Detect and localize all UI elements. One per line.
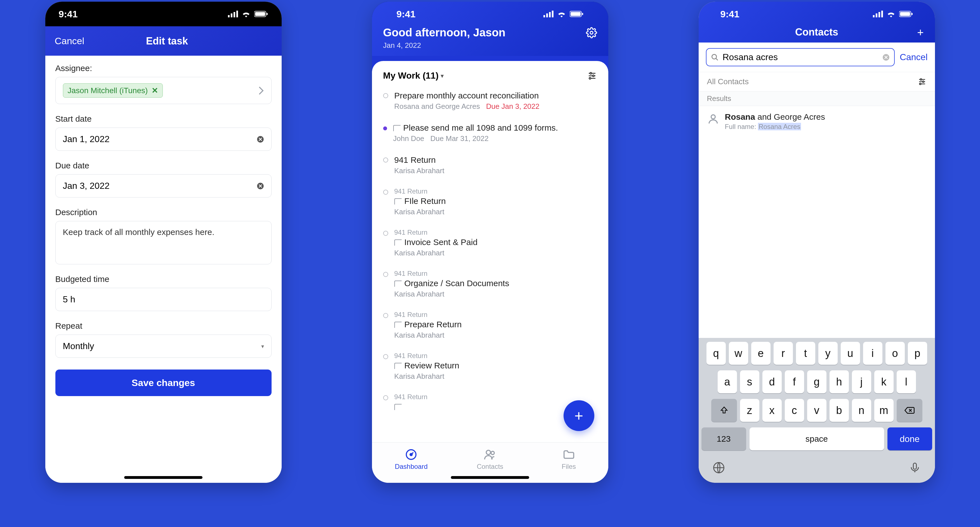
task-bullet-icon[interactable] <box>383 189 388 195</box>
svg-rect-27 <box>873 15 875 18</box>
cancel-search-button[interactable]: Cancel <box>900 52 928 62</box>
wifi-icon <box>886 11 896 18</box>
assignee-chip[interactable]: Jason Mitchell (iTunes) ✕ <box>63 83 163 98</box>
space-key[interactable]: space <box>749 427 884 451</box>
save-button[interactable]: Save changes <box>56 369 272 396</box>
dashboard-icon <box>405 448 418 461</box>
task-bullet-icon[interactable] <box>383 354 388 359</box>
task-row[interactable]: 941 ReturnKarisa Abrahart <box>383 149 597 181</box>
key-f[interactable]: f <box>785 370 804 393</box>
svg-point-20 <box>592 75 594 76</box>
key-p[interactable]: p <box>908 342 927 365</box>
key-l[interactable]: l <box>897 370 916 393</box>
svg-point-16 <box>590 31 593 34</box>
key-j[interactable]: j <box>852 370 871 393</box>
clear-due-date-icon[interactable] <box>257 182 264 189</box>
chip-remove-icon[interactable]: ✕ <box>151 86 158 95</box>
key-u[interactable]: u <box>841 342 860 365</box>
key-d[interactable]: d <box>762 370 782 393</box>
key-i[interactable]: i <box>863 342 882 365</box>
shift-key[interactable] <box>711 399 737 422</box>
task-due: Due Mar 31, 2022 <box>430 134 488 143</box>
svg-rect-5 <box>255 12 265 16</box>
search-input[interactable] <box>723 52 878 62</box>
tab-contacts[interactable]: Contacts <box>450 443 530 476</box>
task-row[interactable]: 941 ReturnInvoice Sent & PaidKarisa Abra… <box>383 222 597 263</box>
key-n[interactable]: n <box>852 399 871 422</box>
task-bullet-icon[interactable] <box>383 272 388 277</box>
key-r[interactable]: r <box>773 342 793 365</box>
key-a[interactable]: a <box>718 370 737 393</box>
task-bullet-icon[interactable] <box>383 313 388 318</box>
backspace-key[interactable] <box>897 399 923 422</box>
key-e[interactable]: e <box>751 342 770 365</box>
key-q[interactable]: q <box>706 342 726 365</box>
assignee-field[interactable]: Jason Mitchell (iTunes) ✕ <box>56 77 272 104</box>
tab-files[interactable]: Files <box>530 443 608 476</box>
key-k[interactable]: k <box>874 370 894 393</box>
svg-point-42 <box>711 115 715 119</box>
task-title: Prepare Return <box>395 320 597 329</box>
svg-rect-12 <box>552 11 554 18</box>
section-all-contacts[interactable]: All Contacts <box>707 77 749 86</box>
task-row[interactable]: 941 ReturnPrepare ReturnKarisa Abrahart <box>383 305 597 346</box>
clear-start-date-icon[interactable] <box>257 136 264 143</box>
date-text: Jan 4, 2022 <box>383 41 597 50</box>
emoji-key[interactable] <box>713 462 725 474</box>
key-x[interactable]: x <box>762 399 782 422</box>
key-y[interactable]: y <box>818 342 838 365</box>
clear-search-icon[interactable] <box>882 54 890 61</box>
description-field[interactable]: Keep track of all monthly expenses here. <box>56 221 272 264</box>
svg-rect-30 <box>881 11 883 18</box>
search-input-wrapper[interactable] <box>706 48 895 66</box>
key-m[interactable]: m <box>874 399 894 422</box>
mic-key[interactable] <box>909 462 921 474</box>
add-contact-button[interactable]: + <box>917 26 923 39</box>
key-t[interactable]: t <box>796 342 815 365</box>
svg-rect-9 <box>543 15 545 18</box>
svg-rect-32 <box>900 12 910 16</box>
keyboard[interactable]: qwertyuiop asdfghjkl zxcvbnm 123 space d… <box>698 338 935 483</box>
key-h[interactable]: h <box>829 370 849 393</box>
key-v[interactable]: v <box>807 399 826 422</box>
settings-button[interactable] <box>586 27 597 38</box>
add-fab-button[interactable]: + <box>563 400 594 431</box>
repeat-select[interactable]: Monthly ▾ <box>56 334 272 358</box>
task-bullet-icon[interactable] <box>383 158 388 162</box>
key-o[interactable]: o <box>886 342 905 365</box>
svg-rect-0 <box>228 15 230 18</box>
task-bullet-icon[interactable] <box>383 231 388 236</box>
done-key[interactable]: done <box>888 427 932 451</box>
due-date-field[interactable]: Jan 3, 2022 <box>56 174 272 197</box>
task-row[interactable]: 941 ReturnOrganize / Scan DocumentsKaris… <box>383 263 597 305</box>
task-bullet-icon[interactable] <box>383 395 388 400</box>
numbers-key[interactable]: 123 <box>702 427 746 451</box>
wifi-icon <box>557 11 566 18</box>
my-work-dropdown[interactable]: My Work (11) ▾ <box>383 70 444 81</box>
status-indicators <box>873 11 913 18</box>
filter-button[interactable] <box>587 71 597 81</box>
start-date-field[interactable]: Jan 1, 2022 <box>56 127 272 151</box>
contact-result[interactable]: Rosana and George Acres Full name: Rosan… <box>698 106 935 137</box>
task-parent: 941 Return <box>395 229 597 236</box>
task-row[interactable]: Prepare monthly account reconciliationRo… <box>383 85 597 117</box>
task-row[interactable]: 941 ReturnReview ReturnKarisa Abrahart <box>383 346 597 387</box>
task-assignee: Karisa Abrahart <box>395 207 444 216</box>
task-row[interactable]: Please send me all 1098 and 1099 forms.J… <box>383 117 597 149</box>
filter-button[interactable] <box>918 77 927 86</box>
tab-dashboard[interactable]: Dashboard <box>372 443 451 476</box>
key-c[interactable]: c <box>785 399 804 422</box>
task-list[interactable]: Prepare monthly account reconciliationRo… <box>372 85 608 442</box>
budgeted-time-field[interactable]: 5 h <box>56 288 272 311</box>
subtask-icon <box>395 280 402 287</box>
task-bullet-icon[interactable] <box>383 93 388 98</box>
task-bullet-icon[interactable] <box>383 126 387 131</box>
key-b[interactable]: b <box>829 399 849 422</box>
key-w[interactable]: w <box>729 342 748 365</box>
key-g[interactable]: g <box>807 370 826 393</box>
key-s[interactable]: s <box>740 370 759 393</box>
repeat-value: Monthly <box>63 341 94 351</box>
task-row[interactable]: 941 ReturnFIle ReturnKarisa Abrahart <box>383 181 597 222</box>
key-z[interactable]: z <box>740 399 759 422</box>
task-title: Prepare monthly account reconciliation <box>395 91 597 100</box>
